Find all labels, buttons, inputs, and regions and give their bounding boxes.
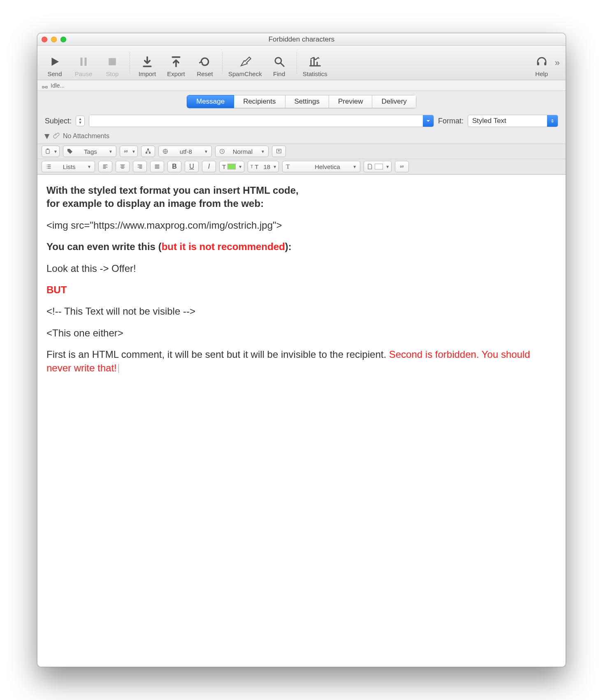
status-bar: Idle... (37, 80, 566, 91)
bold-button[interactable]: B (167, 161, 181, 172)
import-button[interactable]: Import (136, 55, 159, 77)
clipboard-button[interactable]: ▼ (42, 146, 60, 157)
broom-icon (238, 55, 252, 69)
background-color-button[interactable]: ▼ (364, 161, 392, 172)
tab-bar: Message Recipients Settings Preview Deli… (37, 91, 566, 113)
body-line8: <This one either> (46, 327, 123, 338)
link-button[interactable]: ▼ (120, 146, 138, 157)
globe-icon (162, 148, 169, 155)
titlebar: Forbidden characters (37, 33, 566, 46)
priority-select[interactable]: Normal▼ (215, 146, 269, 157)
stop-label: Stop (106, 70, 119, 77)
encoding-value: utf-8 (180, 148, 192, 155)
body-line3: <img src="https://www.maxprog.com/img/os… (46, 220, 282, 231)
app-window: Forbidden characters Send Pause Stop Imp… (37, 33, 566, 667)
subject-input[interactable] (89, 115, 423, 127)
insert-link-button[interactable] (395, 161, 409, 172)
text-color-button[interactable]: T▼ (219, 161, 244, 172)
main-toolbar: Send Pause Stop Import Export (37, 46, 566, 80)
find-button[interactable]: Find (268, 55, 291, 77)
font-size-select[interactable]: TT 18▼ (248, 161, 279, 172)
import-label: Import (139, 70, 156, 77)
align-justify-button[interactable] (150, 161, 164, 172)
tab-message[interactable]: Message (187, 95, 234, 108)
body-line5: Look at this -> Offer! (46, 263, 136, 274)
format-select[interactable]: Styled Text (468, 115, 558, 127)
italic-button[interactable]: I (202, 161, 216, 172)
tab-delivery[interactable]: Delivery (372, 95, 416, 108)
help-button[interactable]: Help (530, 55, 553, 77)
chart-icon (308, 55, 322, 69)
status-text: Idle... (51, 82, 65, 89)
tab-recipients[interactable]: Recipients (234, 95, 285, 108)
reset-label: Reset (197, 70, 213, 77)
window-title: Forbidden characters (37, 35, 566, 44)
message-editor[interactable]: With the styled text format you can inse… (37, 174, 566, 667)
text-cursor (118, 364, 119, 373)
align-right-button[interactable] (133, 161, 147, 172)
tab-settings[interactable]: Settings (285, 95, 329, 108)
reset-icon (198, 55, 212, 69)
format-value: Styled Text (468, 115, 547, 127)
statistics-button[interactable]: Statistics (303, 55, 327, 77)
hierarchy-button[interactable] (141, 146, 155, 157)
paperclip-icon (53, 132, 60, 140)
attachments-row[interactable]: ▶ No Attachments (37, 130, 566, 144)
body-line4c: ): (285, 241, 292, 252)
svg-rect-4 (47, 148, 49, 150)
disclosure-triangle-icon[interactable]: ▶ (44, 134, 51, 139)
subject-label: Subject: (45, 117, 72, 125)
lists-value: Lists (63, 163, 76, 170)
page-icon (366, 163, 373, 170)
align-center-button[interactable] (116, 161, 130, 172)
body-line2: for example to display an image from the… (46, 198, 264, 209)
inbox-button[interactable] (272, 146, 286, 157)
svg-rect-7 (149, 152, 151, 153)
body-line6: BUT (46, 284, 67, 295)
clock-icon (219, 148, 225, 155)
send-button[interactable]: Send (43, 55, 66, 77)
help-label: Help (535, 70, 548, 77)
align-left-button[interactable] (98, 161, 112, 172)
reset-button[interactable]: Reset (193, 55, 216, 77)
underline-button[interactable]: U (185, 161, 199, 172)
import-icon (140, 55, 154, 69)
chevron-down-icon[interactable] (423, 115, 434, 127)
headset-icon (535, 55, 549, 69)
play-icon (48, 55, 62, 69)
connection-icon (42, 83, 48, 88)
font-size-value: 18 (264, 163, 271, 170)
subject-row: Subject: ▲▼ Format: Styled Text (37, 113, 566, 130)
tags-select[interactable]: Tags▼ (63, 146, 116, 157)
tags-value: Tags (84, 148, 97, 155)
list-icon (45, 163, 52, 170)
find-label: Find (273, 70, 285, 77)
tab-preview[interactable]: Preview (329, 95, 372, 108)
send-label: Send (47, 70, 62, 77)
color-swatch-white (375, 164, 383, 169)
font-value: Helvetica (315, 163, 340, 170)
spamcheck-button[interactable]: SpamCheck (228, 55, 262, 77)
subject-stepper[interactable]: ▲▼ (76, 116, 85, 126)
stop-icon (105, 55, 119, 69)
body-line4b: but it is not recommended (162, 241, 285, 252)
formatting-bars: ▼ Tags▼ ▼ utf-8▼ Normal▼ Lists▼ (37, 144, 566, 174)
export-button[interactable]: Export (165, 55, 188, 77)
stop-button: Stop (101, 55, 124, 77)
lists-select[interactable]: Lists▼ (42, 161, 95, 172)
svg-rect-3 (46, 149, 49, 154)
chevron-updown-icon[interactable] (547, 115, 558, 127)
spamcheck-label: SpamCheck (228, 70, 262, 77)
color-swatch-green (227, 164, 236, 169)
search-icon (272, 55, 286, 69)
toolbar-overflow-icon[interactable]: » (555, 58, 560, 68)
body-line1: With the styled text format you can inse… (46, 185, 299, 196)
encoding-select[interactable]: utf-8▼ (158, 146, 212, 157)
statistics-label: Statistics (303, 70, 327, 77)
body-line9a: First is an HTML comment, it will be sen… (46, 349, 389, 360)
pause-label: Pause (75, 70, 93, 77)
font-select[interactable]: T Helvetica▼ (282, 161, 360, 172)
subject-field[interactable] (89, 115, 434, 127)
attachments-text: No Attachments (63, 132, 109, 140)
pause-button: Pause (72, 55, 95, 77)
